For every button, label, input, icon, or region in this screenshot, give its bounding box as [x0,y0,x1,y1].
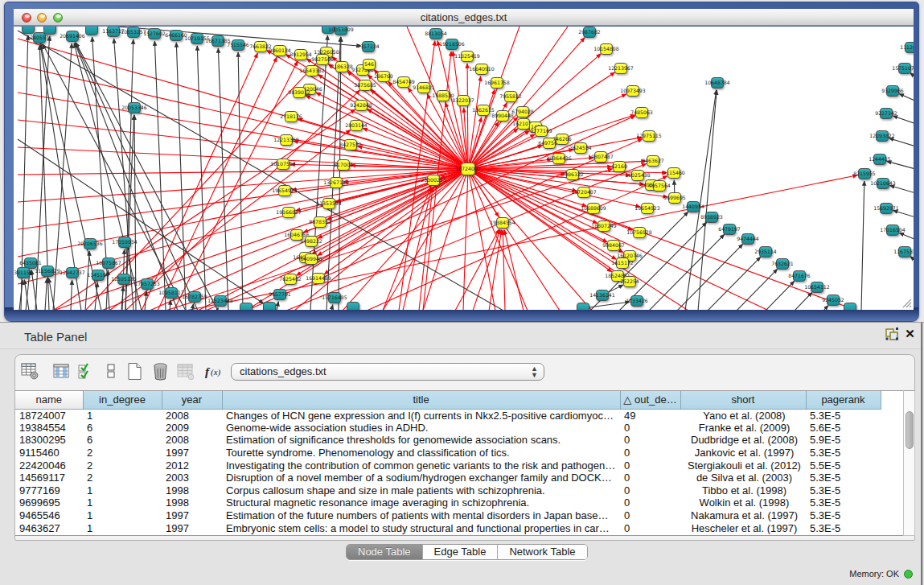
graph-node-18807249[interactable]: 18807249 [591,221,617,232]
edge[interactable] [125,39,133,310]
table-row[interactable]: 2242004622012Investigating the contribut… [15,459,881,472]
graph-node-5498222[interactable]: 5498222 [300,237,322,247]
graph-node-8186328[interactable]: 8186328 [331,62,353,72]
network-canvas[interactable]: 1240557120691406116371710853257152760264… [14,27,914,310]
graph-node-17957253[interactable]: 17957253 [134,279,160,290]
graph-node-8471676[interactable]: 8471676 [788,271,811,282]
graph-node-9699695[interactable]: 9699695 [663,193,686,204]
tab-node-table[interactable]: Node Table [347,545,423,559]
graph-node-13267110[interactable]: 13267110 [323,178,349,188]
graph-node-8813054[interactable]: 8813054 [425,29,447,39]
graph-node-1145194[interactable]: 1145194 [87,270,109,281]
graph-node-14136141[interactable]: 14136141 [589,290,615,301]
table-row[interactable]: 946554611997Estimation of the future num… [15,509,881,522]
graph-node-20691406[interactable]: 20691406 [60,31,85,42]
graph-node-y546[interactable]: 546 [363,60,376,70]
graph-node-1527602[interactable]: 1527602 [143,29,166,39]
graph-node-62160[interactable]: 62160 [611,162,627,172]
graph-node-15751074[interactable]: 15751074 [892,64,914,74]
column-header-year[interactable]: year [162,391,222,409]
graph-node-10648784[interactable]: 10648784 [704,78,730,89]
graph-node-16543382[interactable]: 16543382 [299,66,325,76]
graph-node-6479197[interactable]: 6479197 [718,225,741,235]
edge[interactable] [503,230,505,310]
table-vertical-scrollbar[interactable] [903,390,915,536]
graph-node-11156829[interactable]: 11156829 [35,266,60,277]
graph-node-391154[interactable]: 391154 [14,268,33,278]
graph-node-9463627[interactable]: 9463627 [642,156,664,167]
edge[interactable] [277,302,278,310]
graph-node-12213967[interactable]: 12213967 [608,64,634,74]
graph-node-10756928[interactable]: 10756928 [626,228,652,238]
resize-grip-icon[interactable] [901,297,912,308]
graph-node-1244415[interactable]: 1244415 [869,154,891,165]
graph-node-8454749[interactable]: 8454749 [392,77,415,88]
column-header-short[interactable]: short [680,391,806,409]
graph-node-9146821[interactable]: 9146821 [413,83,435,93]
edge[interactable] [176,43,186,310]
column-header-in_degree[interactable]: in_degree [83,391,162,409]
network-graph[interactable]: 1240557120691406116371710853257152760264… [14,27,914,310]
graph-node-7357224[interactable]: 7357224 [357,42,380,52]
graph-node-2803144[interactable]: 2803144 [345,121,368,131]
graph-node-8990448[interactable]: 8990448 [491,111,514,122]
edge[interactable] [388,82,468,169]
graph-node-1588520[interactable]: 1588520 [432,91,454,101]
graph-node-10154808[interactable]: 10154808 [593,44,619,55]
import-table-icon[interactable] [176,362,195,381]
graph-node-7632621[interactable]: 7632621 [771,259,794,270]
graph-node-1615172[interactable]: 1615172 [611,258,634,269]
edge[interactable] [899,94,914,102]
table-row[interactable]: 1456911722003Disruption of a novel membe… [15,472,881,484]
graph-node-19218506[interactable]: 19218506 [439,39,465,50]
graph-node-c8[interactable] [347,303,359,311]
table-row[interactable]: 1830029562008Estimation of significance … [15,434,881,447]
graph-node-3624554[interactable]: 3624554 [569,143,592,154]
delete-trash-icon[interactable] [151,362,170,381]
edge[interactable] [795,292,812,310]
graph-node-6435061[interactable]: 6435061 [19,258,42,269]
graph-node-2935114[interactable]: 2935114 [754,247,777,257]
graph-node-1733426[interactable]: 1733426 [626,296,648,307]
table-row[interactable]: 969969511998Structural magnetic resonanc… [15,496,881,509]
edge[interactable] [331,305,333,310]
graph-node-19384554[interactable]: 19384554 [490,218,515,229]
edge[interactable] [468,76,481,169]
edge[interactable] [158,57,277,310]
graph-node-3875685[interactable]: 3875685 [354,80,376,91]
graph-node-7955812[interactable]: 7955812 [499,92,522,102]
graph-node-c1[interactable] [23,27,35,34]
graph-node-12093822[interactable]: 12093822 [869,131,895,142]
edge[interactable] [893,211,914,218]
graph-node-10973493[interactable]: 10973493 [620,86,646,97]
graph-node-c2[interactable] [44,27,56,35]
graph-node-2087682[interactable]: 2087682 [578,27,601,38]
new-document-icon[interactable] [125,362,145,381]
graph-node-12942737[interactable]: 12942737 [60,268,85,278]
graph-node-9227342[interactable]: 9227342 [875,109,897,119]
graph-node-8215955[interactable]: 8215955 [853,169,876,179]
table-row[interactable]: 946362711997Embryonic stem cells: a mode… [15,521,881,534]
edge[interactable] [45,278,47,310]
graph-node-286760[interactable]: 286760 [374,72,393,82]
graph-node-817004[interactable]: 817004 [334,160,353,171]
graph-node-15692971[interactable]: 15692971 [873,204,899,214]
tab-network-table[interactable]: Network Table [498,545,586,559]
graph-node-10975867[interactable]: 10975867 [96,258,121,269]
edge[interactable] [217,308,218,310]
edge[interactable] [889,138,914,147]
graph-node-19654923[interactable]: 19654923 [634,204,660,214]
graph-node-12213369[interactable]: 12213369 [273,135,299,146]
edge[interactable] [766,281,795,310]
float-panel-icon[interactable] [885,327,899,340]
graph-node-10107554[interactable]: 10107554 [270,159,296,170]
edge[interactable] [893,116,914,125]
graph-node-7625402[interactable]: 7625402 [279,274,302,285]
graph-node-c7[interactable] [264,303,276,311]
graph-node-1167533[interactable]: 1167533 [893,247,914,257]
edge[interactable] [310,35,327,310]
column-header-pagerank[interactable]: pagerank [806,391,881,409]
graph-node-9084067[interactable]: 9084067 [602,241,625,251]
table-select-dropdown[interactable]: citations_edges.txt ▲▼ [231,363,544,381]
edge[interactable] [85,251,89,310]
